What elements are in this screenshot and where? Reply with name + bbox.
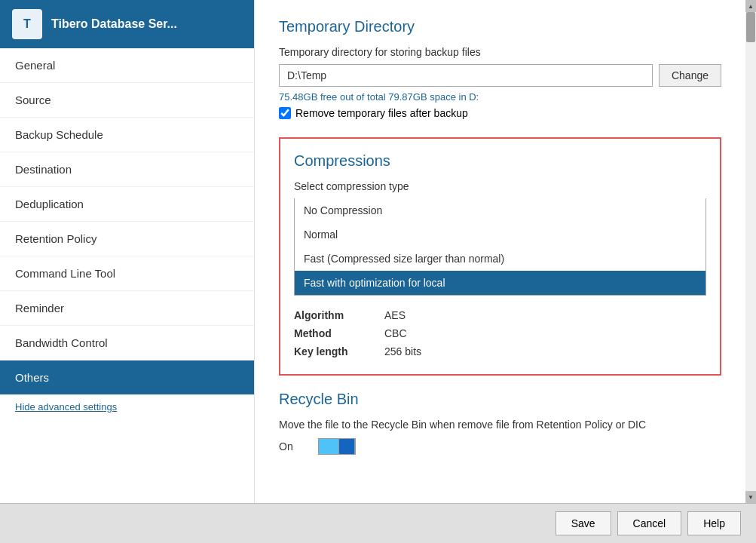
algorithm-value: AES xyxy=(384,309,406,321)
encryption-info: Algorithm AES Method CBC Key length 256 … xyxy=(294,306,706,360)
dropdown-option-normal[interactable]: Normal xyxy=(295,222,705,247)
cancel-button[interactable]: Cancel xyxy=(617,511,682,535)
sidebar-item-command-line-tool[interactable]: Command Line Tool xyxy=(0,256,254,291)
scrollbar-up-button[interactable]: ▲ xyxy=(745,0,756,12)
remove-temp-checkbox[interactable] xyxy=(279,107,291,119)
remove-temp-files-row: Remove temporary files after backup xyxy=(279,107,721,119)
scrollbar: ▲ ▼ xyxy=(745,0,756,503)
toggle-row: On xyxy=(279,438,721,455)
remove-temp-label: Remove temporary files after backup xyxy=(295,107,468,119)
compressions-section: Compressions Select compression type No … xyxy=(279,137,721,376)
sidebar-item-reminder[interactable]: Reminder xyxy=(0,291,254,326)
scrollbar-thumb[interactable] xyxy=(746,12,755,42)
hide-advanced-settings-link[interactable]: Hide advanced settings xyxy=(0,395,254,425)
recycle-bin-toggle[interactable] xyxy=(318,438,356,455)
method-value: CBC xyxy=(384,327,407,339)
change-button[interactable]: Change xyxy=(659,64,721,87)
method-label: Method xyxy=(294,327,384,339)
free-space-text: 75.48GB free out of total 79.87GB space … xyxy=(279,91,721,103)
dropdown-option-fast-local[interactable]: Fast with optimization for local xyxy=(295,271,705,295)
toggle-thumb xyxy=(338,438,355,455)
sidebar-item-source[interactable]: Source xyxy=(0,83,254,118)
temp-dir-input-row: Change xyxy=(279,64,721,87)
scrollbar-down-button[interactable]: ▼ xyxy=(745,491,756,503)
algorithm-label: Algorithm xyxy=(294,309,384,321)
key-length-label: Key length xyxy=(294,345,384,357)
sidebar-item-retention-policy[interactable]: Retention Policy xyxy=(0,222,254,256)
algorithm-row: Algorithm AES xyxy=(294,306,706,324)
compressions-title: Compressions xyxy=(294,152,706,170)
app-title: Tibero Database Ser... xyxy=(51,17,177,31)
footer: Save Cancel Help xyxy=(0,503,756,543)
sidebar-nav: General Source Backup Schedule Destinati… xyxy=(0,48,254,503)
sidebar-item-bandwidth-control[interactable]: Bandwidth Control xyxy=(0,326,254,360)
sidebar: T Tibero Database Ser... General Source … xyxy=(0,0,255,503)
recycle-bin-desc: Move the file to the Recycle Bin when re… xyxy=(279,419,721,431)
sidebar-item-backup-schedule[interactable]: Backup Schedule xyxy=(0,118,254,152)
temp-dir-title: Temporary Directory xyxy=(279,18,721,35)
save-button[interactable]: Save xyxy=(556,511,611,535)
dropdown-option-no-compression[interactable]: No Compression xyxy=(295,198,705,222)
recycle-bin-title: Recycle Bin xyxy=(279,391,721,408)
recycle-bin-section: Recycle Bin Move the file to the Recycle… xyxy=(279,391,721,455)
sidebar-header: T Tibero Database Ser... xyxy=(0,0,254,48)
app-logo: T xyxy=(12,9,42,39)
compression-dropdown-options: No Compression Normal Fast (Compressed s… xyxy=(294,198,706,296)
temp-dir-section: Temporary Directory Temporary directory … xyxy=(279,18,721,119)
temp-dir-input[interactable] xyxy=(279,64,653,87)
help-button[interactable]: Help xyxy=(687,511,741,535)
sidebar-item-deduplication[interactable]: Deduplication xyxy=(0,187,254,222)
toggle-label: On xyxy=(279,440,309,452)
sidebar-item-general[interactable]: General xyxy=(0,48,254,83)
select-compression-label: Select compression type xyxy=(294,180,706,192)
scrollbar-track xyxy=(745,12,756,491)
dropdown-option-fast-compressed[interactable]: Fast (Compressed size larger than normal… xyxy=(295,247,705,271)
temp-dir-field-label: Temporary directory for storing backup f… xyxy=(279,46,721,58)
key-length-value: 256 bits xyxy=(384,345,421,357)
main-content: Temporary Directory Temporary directory … xyxy=(255,0,745,503)
sidebar-item-others[interactable]: Others xyxy=(0,360,254,395)
sidebar-item-destination[interactable]: Destination xyxy=(0,152,254,187)
key-length-row: Key length 256 bits xyxy=(294,342,706,360)
method-row: Method CBC xyxy=(294,324,706,342)
